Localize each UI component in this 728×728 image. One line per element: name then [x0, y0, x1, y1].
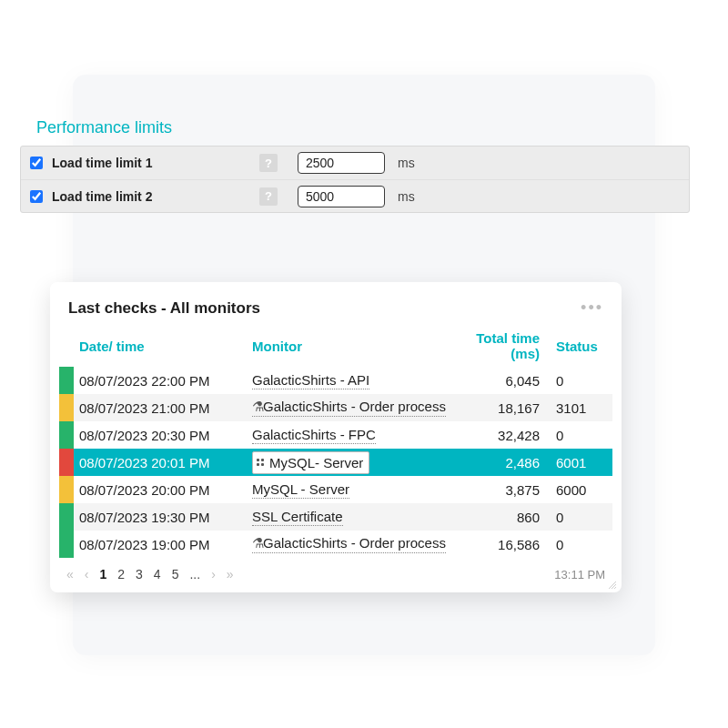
cell-total-time: 2,486: [458, 455, 552, 470]
load-time-limit-1-label: Load time limit 1: [52, 156, 152, 170]
cell-total-time: 18,167: [458, 400, 552, 416]
cell-total-time: 32,428: [458, 428, 552, 443]
monitor-name: MySQL- Server: [269, 455, 363, 470]
cell-status: 0: [552, 537, 614, 552]
cell-datetime: 08/07/2023 19:30 PM: [74, 510, 252, 525]
cell-datetime: 08/07/2023 19:00 PM: [74, 537, 252, 552]
status-indicator: [59, 531, 74, 558]
cell-status: 3101: [552, 400, 614, 416]
card-title: Last checks - All monitors: [68, 299, 260, 318]
pager: « ‹ 12345 ... › » 13:11 PM: [50, 558, 622, 585]
cell-total-time: 16,586: [458, 537, 552, 552]
status-indicator: [59, 476, 74, 503]
drag-handle-icon: [257, 459, 264, 466]
col-datetime[interactable]: Date/ time: [74, 339, 252, 354]
monitor-name: GalacticShirts - API: [252, 372, 369, 388]
table-row[interactable]: 08/07/2023 19:30 PMSSL Certificate8600: [59, 503, 612, 531]
pager-last-icon[interactable]: »: [227, 567, 234, 581]
status-indicator: [59, 367, 74, 394]
load-time-limit-2-label: Load time limit 2: [52, 189, 152, 204]
table-row[interactable]: 08/07/2023 22:00 PMGalacticShirts - API6…: [59, 367, 612, 394]
cell-monitor[interactable]: MySQL - Server: [252, 481, 458, 499]
resize-grip-icon[interactable]: [607, 580, 616, 589]
load-time-limit-1-unit: ms: [398, 156, 680, 170]
table-row[interactable]: 08/07/2023 20:30 PMGalacticShirts - FPC3…: [59, 421, 612, 449]
cell-datetime: 08/07/2023 20:30 PM: [74, 428, 252, 443]
cell-datetime: 08/07/2023 21:00 PM: [74, 400, 252, 416]
pager-page[interactable]: 1: [99, 567, 106, 581]
cell-monitor[interactable]: GalacticShirts - API: [252, 372, 458, 389]
pager-page[interactable]: 2: [117, 567, 125, 581]
cell-status: 0: [552, 510, 614, 525]
pager-next-icon[interactable]: ›: [211, 567, 216, 581]
load-time-limit-2-input[interactable]: [298, 186, 385, 207]
table-row[interactable]: 08/07/2023 19:00 PM⚗GalacticShirts - Ord…: [59, 531, 612, 558]
cell-status: 0: [552, 428, 614, 443]
pager-prev-icon[interactable]: ‹: [85, 567, 89, 581]
performance-limits-panel: Load time limit 1 ? ms Load time limit 2…: [20, 146, 690, 213]
performance-limits-title: Performance limits: [36, 118, 172, 137]
cell-datetime: 08/07/2023 20:01 PM: [74, 455, 252, 470]
pager-page[interactable]: 3: [136, 567, 143, 581]
col-monitor[interactable]: Monitor: [252, 339, 458, 354]
monitor-name: SSL Certificate: [252, 509, 343, 524]
checks-table: Date/ time Monitor Total time (ms) Statu…: [50, 327, 622, 558]
help-icon[interactable]: ?: [259, 154, 278, 172]
load-time-limit-2-checkbox[interactable]: [30, 190, 43, 203]
card-header: Last checks - All monitors •••: [50, 298, 622, 327]
load-time-limit-2-unit: ms: [398, 189, 680, 204]
monitor-name: MySQL - Server: [252, 481, 349, 497]
pager-ellipsis: ...: [189, 567, 200, 581]
monitor-name: GalacticShirts - Order process: [263, 535, 446, 551]
cell-total-time: 3,875: [458, 482, 552, 498]
col-status[interactable]: Status: [552, 339, 614, 354]
card-menu-icon[interactable]: •••: [581, 298, 603, 318]
status-indicator: [59, 503, 74, 531]
cell-datetime: 08/07/2023 20:00 PM: [74, 482, 252, 498]
help-icon[interactable]: ?: [259, 187, 278, 206]
pager-page[interactable]: 4: [154, 567, 161, 581]
monitor-name: GalacticShirts - Order process: [263, 399, 446, 414]
pager-page[interactable]: 5: [172, 567, 179, 581]
table-row[interactable]: 08/07/2023 20:00 PMMySQL - Server3,87560…: [59, 476, 612, 503]
cell-monitor[interactable]: MySQL- Server: [252, 451, 458, 474]
status-indicator: [59, 421, 74, 449]
table-header: Date/ time Monitor Total time (ms) Statu…: [59, 327, 622, 367]
cell-datetime: 08/07/2023 22:00 PM: [74, 373, 252, 389]
cell-total-time: 860: [458, 510, 552, 525]
col-total-time[interactable]: Total time (ms): [458, 330, 552, 361]
pager-first-icon[interactable]: «: [66, 567, 74, 581]
cell-status: 6000: [552, 482, 614, 498]
status-indicator: [59, 394, 74, 421]
flask-icon: ⚗: [252, 399, 263, 415]
flask-icon: ⚗: [252, 535, 263, 551]
cell-monitor[interactable]: GalacticShirts - FPC: [252, 427, 458, 444]
cell-monitor[interactable]: SSL Certificate: [252, 509, 458, 526]
load-time-limit-1-checkbox[interactable]: [30, 157, 43, 169]
cell-monitor[interactable]: ⚗GalacticShirts - Order process: [252, 535, 458, 553]
cell-status: 6001: [552, 455, 614, 470]
cell-total-time: 6,045: [458, 373, 552, 389]
load-time-limit-1-input[interactable]: [298, 152, 385, 174]
load-time-limit-1-row: Load time limit 1 ? ms: [21, 147, 689, 179]
load-time-limit-2-row: Load time limit 2 ? ms: [21, 179, 689, 212]
pager-time: 13:11 PM: [554, 568, 605, 581]
status-indicator: [59, 449, 74, 476]
last-checks-card: Last checks - All monitors ••• Date/ tim…: [50, 282, 622, 592]
table-row[interactable]: 08/07/2023 21:00 PM⚗GalacticShirts - Ord…: [59, 394, 612, 421]
cell-status: 0: [552, 373, 614, 389]
cell-monitor[interactable]: ⚗GalacticShirts - Order process: [252, 399, 458, 417]
monitor-name: GalacticShirts - FPC: [252, 427, 376, 442]
table-row[interactable]: 08/07/2023 20:01 PMMySQL- Server2,486600…: [59, 449, 612, 476]
